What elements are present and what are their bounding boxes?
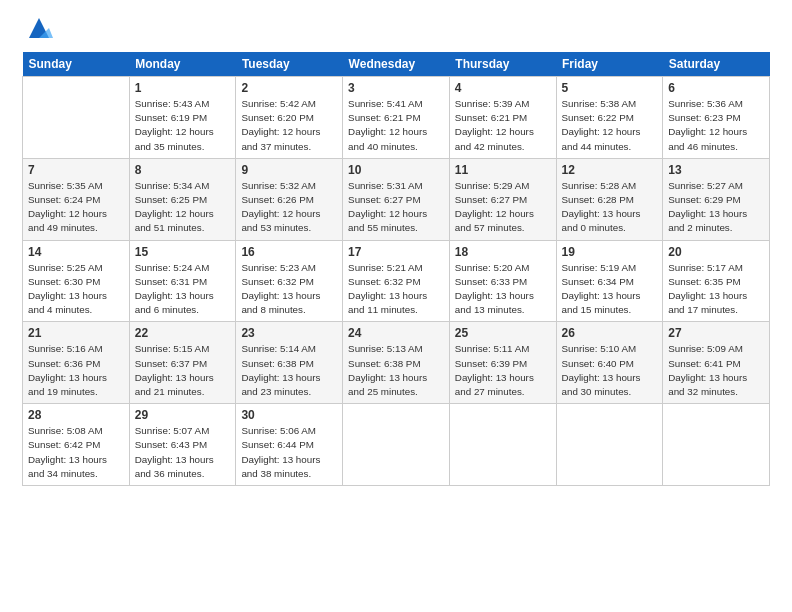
calendar-week-4: 21Sunrise: 5:16 AM Sunset: 6:36 PM Dayli… xyxy=(23,322,770,404)
day-info: Sunrise: 5:14 AM Sunset: 6:38 PM Dayligh… xyxy=(241,342,337,399)
calendar-cell: 14Sunrise: 5:25 AM Sunset: 6:30 PM Dayli… xyxy=(23,240,130,322)
day-number: 21 xyxy=(28,326,124,340)
day-number: 7 xyxy=(28,163,124,177)
calendar-cell: 9Sunrise: 5:32 AM Sunset: 6:26 PM Daylig… xyxy=(236,158,343,240)
day-info: Sunrise: 5:21 AM Sunset: 6:32 PM Dayligh… xyxy=(348,261,444,318)
logo xyxy=(22,18,53,42)
day-info: Sunrise: 5:42 AM Sunset: 6:20 PM Dayligh… xyxy=(241,97,337,154)
weekday-wednesday: Wednesday xyxy=(343,52,450,77)
calendar-week-5: 28Sunrise: 5:08 AM Sunset: 6:42 PM Dayli… xyxy=(23,404,770,486)
calendar-cell: 29Sunrise: 5:07 AM Sunset: 6:43 PM Dayli… xyxy=(129,404,236,486)
calendar-cell: 22Sunrise: 5:15 AM Sunset: 6:37 PM Dayli… xyxy=(129,322,236,404)
day-info: Sunrise: 5:13 AM Sunset: 6:38 PM Dayligh… xyxy=(348,342,444,399)
calendar-cell: 15Sunrise: 5:24 AM Sunset: 6:31 PM Dayli… xyxy=(129,240,236,322)
day-number: 4 xyxy=(455,81,551,95)
calendar-cell: 20Sunrise: 5:17 AM Sunset: 6:35 PM Dayli… xyxy=(663,240,770,322)
calendar-cell: 6Sunrise: 5:36 AM Sunset: 6:23 PM Daylig… xyxy=(663,77,770,159)
day-info: Sunrise: 5:16 AM Sunset: 6:36 PM Dayligh… xyxy=(28,342,124,399)
day-info: Sunrise: 5:10 AM Sunset: 6:40 PM Dayligh… xyxy=(562,342,658,399)
calendar-cell: 16Sunrise: 5:23 AM Sunset: 6:32 PM Dayli… xyxy=(236,240,343,322)
calendar-week-3: 14Sunrise: 5:25 AM Sunset: 6:30 PM Dayli… xyxy=(23,240,770,322)
calendar-cell: 5Sunrise: 5:38 AM Sunset: 6:22 PM Daylig… xyxy=(556,77,663,159)
logo-icon xyxy=(25,14,53,42)
day-number: 16 xyxy=(241,245,337,259)
day-info: Sunrise: 5:38 AM Sunset: 6:22 PM Dayligh… xyxy=(562,97,658,154)
day-info: Sunrise: 5:06 AM Sunset: 6:44 PM Dayligh… xyxy=(241,424,337,481)
day-number: 10 xyxy=(348,163,444,177)
day-number: 13 xyxy=(668,163,764,177)
calendar-cell xyxy=(663,404,770,486)
weekday-monday: Monday xyxy=(129,52,236,77)
calendar-cell: 24Sunrise: 5:13 AM Sunset: 6:38 PM Dayli… xyxy=(343,322,450,404)
calendar-cell: 8Sunrise: 5:34 AM Sunset: 6:25 PM Daylig… xyxy=(129,158,236,240)
day-info: Sunrise: 5:17 AM Sunset: 6:35 PM Dayligh… xyxy=(668,261,764,318)
day-number: 8 xyxy=(135,163,231,177)
weekday-thursday: Thursday xyxy=(449,52,556,77)
calendar-cell: 25Sunrise: 5:11 AM Sunset: 6:39 PM Dayli… xyxy=(449,322,556,404)
calendar-cell: 18Sunrise: 5:20 AM Sunset: 6:33 PM Dayli… xyxy=(449,240,556,322)
day-info: Sunrise: 5:08 AM Sunset: 6:42 PM Dayligh… xyxy=(28,424,124,481)
calendar-cell: 19Sunrise: 5:19 AM Sunset: 6:34 PM Dayli… xyxy=(556,240,663,322)
calendar-cell: 2Sunrise: 5:42 AM Sunset: 6:20 PM Daylig… xyxy=(236,77,343,159)
day-number: 11 xyxy=(455,163,551,177)
weekday-saturday: Saturday xyxy=(663,52,770,77)
day-info: Sunrise: 5:43 AM Sunset: 6:19 PM Dayligh… xyxy=(135,97,231,154)
day-number: 29 xyxy=(135,408,231,422)
day-number: 14 xyxy=(28,245,124,259)
calendar-cell: 11Sunrise: 5:29 AM Sunset: 6:27 PM Dayli… xyxy=(449,158,556,240)
weekday-header-row: SundayMondayTuesdayWednesdayThursdayFrid… xyxy=(23,52,770,77)
calendar-cell: 27Sunrise: 5:09 AM Sunset: 6:41 PM Dayli… xyxy=(663,322,770,404)
day-info: Sunrise: 5:28 AM Sunset: 6:28 PM Dayligh… xyxy=(562,179,658,236)
day-info: Sunrise: 5:11 AM Sunset: 6:39 PM Dayligh… xyxy=(455,342,551,399)
day-info: Sunrise: 5:29 AM Sunset: 6:27 PM Dayligh… xyxy=(455,179,551,236)
calendar-cell xyxy=(23,77,130,159)
day-info: Sunrise: 5:32 AM Sunset: 6:26 PM Dayligh… xyxy=(241,179,337,236)
calendar-cell xyxy=(449,404,556,486)
day-number: 19 xyxy=(562,245,658,259)
day-info: Sunrise: 5:15 AM Sunset: 6:37 PM Dayligh… xyxy=(135,342,231,399)
day-info: Sunrise: 5:25 AM Sunset: 6:30 PM Dayligh… xyxy=(28,261,124,318)
day-info: Sunrise: 5:20 AM Sunset: 6:33 PM Dayligh… xyxy=(455,261,551,318)
day-number: 25 xyxy=(455,326,551,340)
day-info: Sunrise: 5:41 AM Sunset: 6:21 PM Dayligh… xyxy=(348,97,444,154)
day-number: 22 xyxy=(135,326,231,340)
day-number: 3 xyxy=(348,81,444,95)
day-number: 23 xyxy=(241,326,337,340)
day-info: Sunrise: 5:31 AM Sunset: 6:27 PM Dayligh… xyxy=(348,179,444,236)
calendar-cell: 3Sunrise: 5:41 AM Sunset: 6:21 PM Daylig… xyxy=(343,77,450,159)
calendar-cell: 12Sunrise: 5:28 AM Sunset: 6:28 PM Dayli… xyxy=(556,158,663,240)
main-container: SundayMondayTuesdayWednesdayThursdayFrid… xyxy=(0,0,792,496)
calendar-cell: 1Sunrise: 5:43 AM Sunset: 6:19 PM Daylig… xyxy=(129,77,236,159)
day-number: 15 xyxy=(135,245,231,259)
day-number: 6 xyxy=(668,81,764,95)
calendar-table: SundayMondayTuesdayWednesdayThursdayFrid… xyxy=(22,52,770,486)
calendar-cell: 4Sunrise: 5:39 AM Sunset: 6:21 PM Daylig… xyxy=(449,77,556,159)
day-number: 18 xyxy=(455,245,551,259)
day-info: Sunrise: 5:09 AM Sunset: 6:41 PM Dayligh… xyxy=(668,342,764,399)
day-number: 30 xyxy=(241,408,337,422)
calendar-cell: 23Sunrise: 5:14 AM Sunset: 6:38 PM Dayli… xyxy=(236,322,343,404)
day-info: Sunrise: 5:19 AM Sunset: 6:34 PM Dayligh… xyxy=(562,261,658,318)
calendar-week-1: 1Sunrise: 5:43 AM Sunset: 6:19 PM Daylig… xyxy=(23,77,770,159)
calendar-cell: 28Sunrise: 5:08 AM Sunset: 6:42 PM Dayli… xyxy=(23,404,130,486)
calendar-cell: 17Sunrise: 5:21 AM Sunset: 6:32 PM Dayli… xyxy=(343,240,450,322)
calendar-cell: 21Sunrise: 5:16 AM Sunset: 6:36 PM Dayli… xyxy=(23,322,130,404)
weekday-sunday: Sunday xyxy=(23,52,130,77)
calendar-cell: 26Sunrise: 5:10 AM Sunset: 6:40 PM Dayli… xyxy=(556,322,663,404)
day-number: 5 xyxy=(562,81,658,95)
weekday-friday: Friday xyxy=(556,52,663,77)
page-header xyxy=(22,18,770,42)
day-number: 17 xyxy=(348,245,444,259)
day-number: 1 xyxy=(135,81,231,95)
day-info: Sunrise: 5:24 AM Sunset: 6:31 PM Dayligh… xyxy=(135,261,231,318)
day-info: Sunrise: 5:23 AM Sunset: 6:32 PM Dayligh… xyxy=(241,261,337,318)
day-info: Sunrise: 5:35 AM Sunset: 6:24 PM Dayligh… xyxy=(28,179,124,236)
calendar-cell: 10Sunrise: 5:31 AM Sunset: 6:27 PM Dayli… xyxy=(343,158,450,240)
day-number: 27 xyxy=(668,326,764,340)
calendar-cell xyxy=(343,404,450,486)
day-number: 28 xyxy=(28,408,124,422)
day-info: Sunrise: 5:36 AM Sunset: 6:23 PM Dayligh… xyxy=(668,97,764,154)
calendar-cell: 13Sunrise: 5:27 AM Sunset: 6:29 PM Dayli… xyxy=(663,158,770,240)
calendar-cell: 7Sunrise: 5:35 AM Sunset: 6:24 PM Daylig… xyxy=(23,158,130,240)
day-number: 9 xyxy=(241,163,337,177)
